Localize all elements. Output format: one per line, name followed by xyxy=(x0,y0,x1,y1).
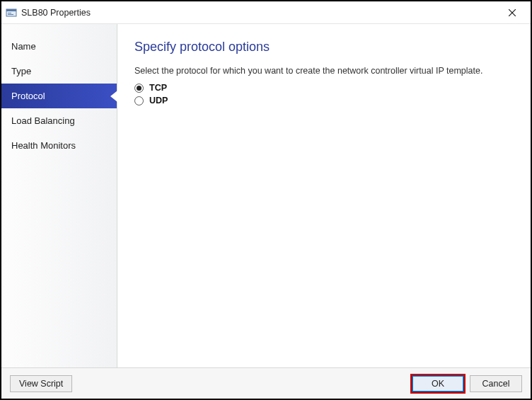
sidebar-item-label: Protocol xyxy=(11,91,45,101)
sidebar-item-health-monitors[interactable]: Health Monitors xyxy=(1,133,117,158)
close-icon xyxy=(509,9,516,16)
sidebar-item-label: Load Balancing xyxy=(11,115,75,126)
sidebar-item-label: Name xyxy=(11,41,36,52)
dialog-body: Name Type Protocol Load Balancing Health… xyxy=(1,24,531,367)
dialog-window: SLB80 Properties Name Type Protocol Load… xyxy=(0,0,532,400)
radio-icon xyxy=(134,96,144,105)
svg-rect-1 xyxy=(6,9,16,11)
footer: View Script OK Cancel xyxy=(1,367,531,399)
sidebar-item-label: Health Monitors xyxy=(11,140,76,151)
radio-icon xyxy=(134,84,144,93)
app-icon xyxy=(6,7,17,18)
radio-label: UDP xyxy=(149,96,168,105)
ok-button[interactable]: OK xyxy=(412,375,464,392)
svg-rect-2 xyxy=(8,13,11,13)
sidebar-item-label: Type xyxy=(11,66,31,76)
radio-option-udp[interactable]: UDP xyxy=(134,96,511,105)
titlebar: SLB80 Properties xyxy=(1,1,531,24)
cancel-button[interactable]: Cancel xyxy=(470,375,522,392)
svg-rect-3 xyxy=(8,14,13,15)
page-heading: Specify protocol options xyxy=(134,40,511,55)
window-title: SLB80 Properties xyxy=(21,8,497,18)
radio-label: TCP xyxy=(149,83,167,93)
close-button[interactable] xyxy=(497,3,528,23)
radio-option-tcp[interactable]: TCP xyxy=(134,83,511,93)
sidebar-item-name[interactable]: Name xyxy=(1,34,117,59)
content-pane: Specify protocol options Select the prot… xyxy=(117,24,531,367)
sidebar: Name Type Protocol Load Balancing Health… xyxy=(1,24,117,367)
sidebar-item-protocol[interactable]: Protocol xyxy=(1,84,117,108)
page-description: Select the protocol for which you want t… xyxy=(134,66,511,76)
view-script-button[interactable]: View Script xyxy=(10,375,72,392)
sidebar-item-type[interactable]: Type xyxy=(1,59,117,84)
sidebar-item-load-balancing[interactable]: Load Balancing xyxy=(1,108,117,133)
